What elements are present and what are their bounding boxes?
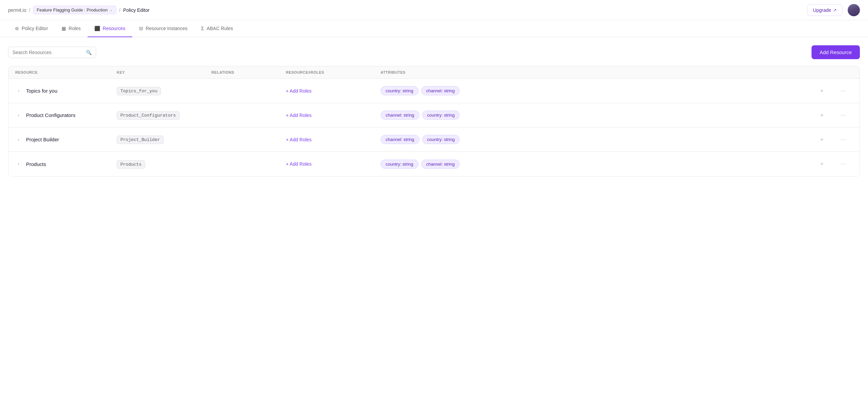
add-attribute-icon[interactable]: + <box>819 160 825 168</box>
breadcrumb-sep1: / <box>29 7 30 13</box>
add-attribute-icon[interactable]: + <box>819 111 825 120</box>
more-actions-cell: ··· <box>839 112 853 118</box>
col-header-resource-roles: RESOURCE#ROLES <box>286 70 381 74</box>
expand-icon[interactable]: › <box>15 162 22 166</box>
more-options-icon[interactable]: ··· <box>839 160 847 168</box>
attributes-cell: channel: string country: string <box>381 135 819 144</box>
key-cell: Product_Configurators <box>117 112 211 118</box>
add-attribute-icon[interactable]: + <box>819 135 825 144</box>
resource-name-cell: › Topics for you <box>15 88 117 94</box>
more-actions-cell: ··· <box>839 137 853 143</box>
add-roles-button[interactable]: + Add Roles <box>286 161 381 167</box>
more-actions-cell: ··· <box>839 161 853 167</box>
add-attribute-icon[interactable]: + <box>819 87 825 95</box>
table-row: › Project Builder Project_Builder + Add … <box>8 127 860 152</box>
table-header: RESOURCE KEY RELATIONS RESOURCE#ROLES AT… <box>8 66 860 79</box>
external-link-icon: ↗ <box>833 8 837 13</box>
avatar[interactable] <box>848 4 860 16</box>
resource-instances-icon: ⊟ <box>139 26 143 31</box>
row-actions: + <box>819 135 839 144</box>
tab-policy-editor[interactable]: ⊜ Policy Editor <box>8 20 55 37</box>
search-icon: 🔍 <box>86 50 92 55</box>
row-actions: + <box>819 87 839 95</box>
attribute-tag: channel: string <box>381 111 419 120</box>
attribute-tag: channel: string <box>421 86 460 95</box>
env-label: Feature Flagging Guide : Production <box>37 7 108 13</box>
key-badge: Product_Configurators <box>117 111 180 120</box>
table-row: › Product Configurators Product_Configur… <box>8 103 860 127</box>
resource-name: Products <box>26 161 46 167</box>
attribute-tag: channel: string <box>381 135 419 144</box>
col-header-key: KEY <box>117 70 211 74</box>
search-input[interactable] <box>13 50 83 55</box>
row-actions: + <box>819 111 839 120</box>
env-pill[interactable]: Feature Flagging Guide : Production ⌄ <box>33 6 117 14</box>
tab-resources[interactable]: ⬛ Resources <box>88 20 132 37</box>
col-header-resource: RESOURCE <box>15 70 117 74</box>
key-badge: Products <box>117 160 145 169</box>
expand-icon[interactable]: › <box>15 137 22 142</box>
resources-icon: ⬛ <box>94 26 100 31</box>
attributes-cell: channel: string country: string <box>381 111 819 120</box>
breadcrumb: permit.io / Feature Flagging Guide : Pro… <box>8 6 150 14</box>
expand-icon[interactable]: › <box>15 113 22 118</box>
upgrade-button[interactable]: Upgrade ↗ <box>807 4 842 16</box>
attribute-tag: country: string <box>381 160 418 169</box>
more-options-icon[interactable]: ··· <box>839 111 847 119</box>
roles-icon: ▦ <box>62 26 66 31</box>
tab-roles[interactable]: ▦ Roles <box>55 20 88 37</box>
resource-name: Product Configurators <box>26 112 75 118</box>
tab-abac-rules-label: ABAC Rules <box>207 26 233 31</box>
tab-policy-editor-label: Policy Editor <box>22 26 48 31</box>
col-header-actions-add <box>819 70 839 74</box>
attribute-tag: country: string <box>381 86 418 95</box>
resource-name: Topics for you <box>26 88 58 94</box>
add-resource-button[interactable]: Add Resource <box>812 45 860 59</box>
table-row: › Products Products + Add Roles country:… <box>8 152 860 176</box>
key-badge: Topics_for_you <box>117 87 161 95</box>
row-actions: + <box>819 160 839 168</box>
key-cell: Products <box>117 161 211 167</box>
chevron-down-icon: ⌄ <box>110 8 113 12</box>
expand-icon[interactable]: › <box>15 89 22 93</box>
attributes-cell: country: string channel: string <box>381 86 819 95</box>
add-roles-button[interactable]: + Add Roles <box>286 88 381 94</box>
attribute-tag: country: string <box>422 111 460 120</box>
attribute-tag: channel: string <box>421 160 460 169</box>
col-header-relations: RELATIONS <box>211 70 286 74</box>
tab-resource-instances[interactable]: ⊟ Resource Instances <box>132 20 195 37</box>
key-badge: Project_Builder <box>117 136 164 144</box>
abac-rules-icon: Σ <box>201 26 204 31</box>
topbar: permit.io / Feature Flagging Guide : Pro… <box>0 0 868 20</box>
resource-name-cell: › Products <box>15 161 117 167</box>
key-cell: Topics_for_you <box>117 88 211 94</box>
search-box[interactable]: 🔍 <box>8 47 96 58</box>
col-header-actions-more <box>839 70 853 74</box>
policy-editor-icon: ⊜ <box>15 26 19 31</box>
key-cell: Project_Builder <box>117 137 211 142</box>
tab-navigation: ⊜ Policy Editor ▦ Roles ⬛ Resources ⊟ Re… <box>0 20 868 37</box>
resource-name-cell: › Product Configurators <box>15 112 117 118</box>
tab-resources-label: Resources <box>103 26 125 31</box>
add-roles-button[interactable]: + Add Roles <box>286 137 381 142</box>
org-name: permit.io <box>8 7 26 13</box>
attributes-cell: country: string channel: string <box>381 160 819 169</box>
page-name: Policy Editor <box>123 7 150 13</box>
table-row: › Topics for you Topics_for_you + Add Ro… <box>8 79 860 103</box>
breadcrumb-sep2: / <box>119 7 120 13</box>
resource-table: RESOURCE KEY RELATIONS RESOURCE#ROLES AT… <box>8 66 860 176</box>
more-actions-cell: ··· <box>839 88 853 94</box>
tab-abac-rules[interactable]: Σ ABAC Rules <box>194 20 239 37</box>
add-roles-button[interactable]: + Add Roles <box>286 113 381 118</box>
more-options-icon[interactable]: ··· <box>839 135 847 144</box>
toolbar: 🔍 Add Resource <box>8 45 860 59</box>
col-header-attributes: ATTRIBUTES <box>381 70 819 74</box>
more-options-icon[interactable]: ··· <box>839 87 847 95</box>
main-content: 🔍 Add Resource RESOURCE KEY RELATIONS RE… <box>0 37 868 185</box>
tab-roles-label: Roles <box>69 26 81 31</box>
tab-resource-instances-label: Resource Instances <box>146 26 188 31</box>
resource-name-cell: › Project Builder <box>15 137 117 142</box>
topbar-right: Upgrade ↗ <box>807 4 860 16</box>
resource-name: Project Builder <box>26 137 59 142</box>
attribute-tag: country: string <box>422 135 460 144</box>
